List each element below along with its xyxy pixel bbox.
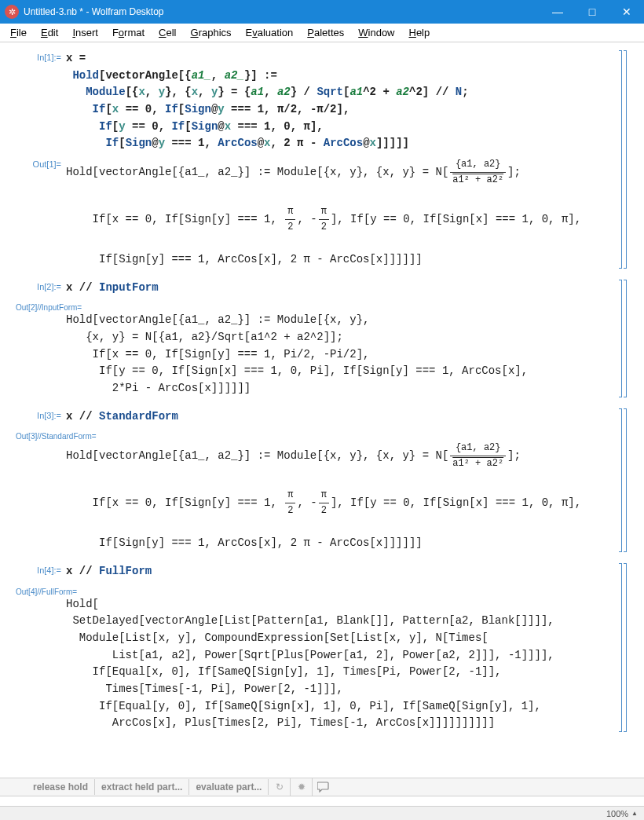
zoom-level[interactable]: 100% <box>606 809 628 818</box>
menu-edit[interactable]: Edit <box>34 25 65 40</box>
in-label-1: In[1]:= <box>8 50 66 152</box>
menu-graphics[interactable]: Graphics <box>184 25 239 40</box>
in-body-1[interactable]: x = Hold[vectorAngle[{a1_, a2_}] := Modu… <box>66 50 628 152</box>
cell-group-3: In[3]:= x // StandardForm Out[3]//Standa… <box>8 408 628 552</box>
chat-icon[interactable] <box>313 778 335 796</box>
cell-bracket-3[interactable] <box>619 408 622 552</box>
in-label-3: In[3]:= <box>8 408 66 426</box>
close-button[interactable]: ✕ <box>609 0 644 24</box>
menu-insert[interactable]: Insert <box>65 25 105 40</box>
in-body-2[interactable]: x // InputForm <box>66 280 628 297</box>
cell-group-bracket-2[interactable] <box>624 280 627 397</box>
output-cell-3[interactable]: Out[3]//StandardForm= Hold[vectorAngle[{… <box>8 430 628 551</box>
window-controls: ― □ ✕ <box>540 0 644 24</box>
cell-bracket-4[interactable] <box>619 563 622 732</box>
cell-bracket-1[interactable] <box>619 50 622 269</box>
notebook-content[interactable]: In[1]:= x = Hold[vectorAngle[{a1_, a2_}]… <box>0 42 644 778</box>
status-bar: 100% ▲ <box>0 806 644 820</box>
cell-group-2: In[2]:= x // InputForm Out[2]//InputForm… <box>8 280 628 397</box>
out-body-2: Hold[vectorAngle[{a1_, a2_}] := Module[{… <box>8 312 628 397</box>
suggestion-evaluate-part[interactable]: evaluate part... <box>189 779 269 795</box>
input-cell-1[interactable]: In[1]:= x = Hold[vectorAngle[{a1_, a2_}]… <box>8 50 628 152</box>
output-cell-2[interactable]: Out[2]//InputForm= Hold[vectorAngle[{a1_… <box>8 301 628 397</box>
out-body-1: Hold[vectorAngle[{a1_, a2_}] := Module[{… <box>66 157 628 268</box>
zoom-dropdown-icon[interactable]: ▲ <box>631 810 638 817</box>
cell-group-bracket-4[interactable] <box>624 563 627 732</box>
maximize-button[interactable]: □ <box>575 0 609 24</box>
in-body-3[interactable]: x // StandardForm <box>66 408 628 426</box>
app-icon <box>5 5 19 19</box>
cell-group-bracket-3[interactable] <box>624 408 627 552</box>
out-label-4: Out[4]//FullForm= <box>8 585 628 596</box>
out-body-4: Hold[ SetDelayed[vectorAngle[List[Patter… <box>8 596 628 733</box>
out-label-3: Out[3]//StandardForm= <box>8 430 628 441</box>
menu-format[interactable]: Format <box>105 25 152 40</box>
output-cell-4[interactable]: Out[4]//FullForm= Hold[ SetDelayed[vecto… <box>8 585 628 733</box>
in-label-4: In[4]:= <box>8 563 66 580</box>
input-cell-4[interactable]: In[4]:= x // FullForm <box>8 563 628 580</box>
gear-icon[interactable]: ✹ <box>291 778 313 796</box>
out-label-2: Out[2]//InputForm= <box>8 301 628 312</box>
out-body-3: Hold[vectorAngle[{a1_, a2_}] := Module[{… <box>8 441 628 551</box>
cell-group-bracket-1[interactable] <box>624 50 627 269</box>
in-body-4[interactable]: x // FullForm <box>66 563 628 580</box>
menu-palettes[interactable]: Palettes <box>300 25 351 40</box>
suggestion-release-hold[interactable]: release hold <box>27 779 95 795</box>
suggestion-extract-held-part[interactable]: extract held part... <box>95 779 189 795</box>
output-cell-1[interactable]: Out[1]= Hold[vectorAngle[{a1_, a2_}] := … <box>8 157 628 268</box>
menu-bar: File Edit Insert Format Cell Graphics Ev… <box>0 24 644 42</box>
menu-cell[interactable]: Cell <box>152 25 183 40</box>
menu-window[interactable]: Window <box>351 25 401 40</box>
window-title: Untitled-3.nb * - Wolfram Desktop <box>24 6 540 17</box>
input-cell-3[interactable]: In[3]:= x // StandardForm <box>8 408 628 426</box>
in-label-2: In[2]:= <box>8 280 66 297</box>
title-bar: Untitled-3.nb * - Wolfram Desktop ― □ ✕ <box>0 0 644 24</box>
refresh-icon[interactable]: ↻ <box>269 778 291 796</box>
out-label-1: Out[1]= <box>8 157 66 268</box>
menu-file[interactable]: File <box>3 25 34 40</box>
cell-group-1: In[1]:= x = Hold[vectorAngle[{a1_, a2_}]… <box>8 50 628 269</box>
input-cell-2[interactable]: In[2]:= x // InputForm <box>8 280 628 297</box>
menu-help[interactable]: Help <box>402 25 437 40</box>
cell-group-4: In[4]:= x // FullForm Out[4]//FullForm= … <box>8 563 628 732</box>
cell-bracket-2[interactable] <box>619 280 622 397</box>
menu-evaluation[interactable]: Evaluation <box>239 25 301 40</box>
suggestion-bar: release hold extract held part... evalua… <box>0 778 644 796</box>
minimize-button[interactable]: ― <box>540 0 575 24</box>
